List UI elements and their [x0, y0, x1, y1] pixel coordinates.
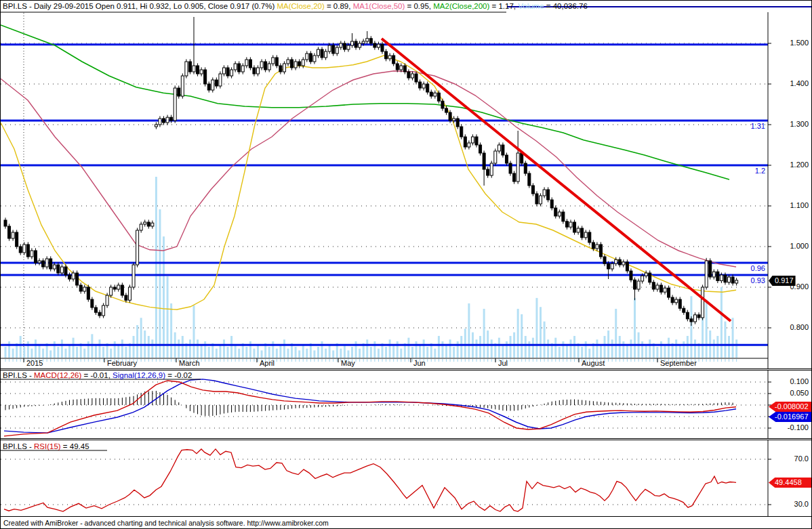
macd-axis-label: 0.050: [776, 389, 809, 397]
hline-price-label: 1.31: [718, 122, 765, 130]
title-segment: = 49.45: [61, 442, 89, 450]
title-segment: = 0.89,: [325, 2, 353, 10]
macd-axis-label: -0.100: [776, 423, 809, 431]
month-label: Jun: [413, 359, 426, 367]
title-segment: BPI.LS -: [3, 442, 34, 450]
macd-value-tag: -0.008002: [769, 402, 812, 412]
title-segment: MA2(Close,200): [433, 2, 489, 10]
macd-axis-label: 0.100: [776, 377, 809, 385]
month-label: September: [660, 359, 697, 367]
title-segment: BPI.LS - Daily 29-09-2015 Open 0.911, Hi…: [3, 2, 277, 10]
rsi-axis-label: 30.0: [776, 500, 809, 508]
macd-panel-title: BPI.LS - MACD(12,26) = -0.01, Signal(12,…: [3, 371, 192, 379]
title-segment: BPI.LS -: [3, 371, 34, 379]
chart-canvas[interactable]: [1, 1, 812, 529]
price-axis-label: 1.100: [776, 201, 809, 209]
rsi-line: [4, 449, 736, 511]
month-label: April: [260, 359, 275, 367]
candlesticks: [4, 17, 738, 326]
title-segment: RSI(15): [34, 442, 61, 450]
rsi-value-tag: 49.4458: [769, 478, 812, 488]
rsi-axis-label: 70.0: [776, 454, 809, 463]
month-label: May: [341, 359, 355, 367]
price-axis-label: 1.000: [776, 242, 809, 250]
title-segment: MACD(12,26): [34, 371, 81, 379]
price-axis-label: 1.300: [776, 120, 809, 128]
down-trendline: [382, 39, 731, 321]
title-segment: = 40,036.76: [544, 2, 588, 10]
hline-price-label: 0.93: [718, 276, 765, 284]
title-segment: Signal(12,26,9): [113, 371, 165, 379]
hline-price-label: 1.2: [718, 167, 765, 175]
amibroker-credit-text: Created with AmiBroker - advanced charti…: [3, 519, 329, 527]
macd-line: [4, 381, 736, 436]
month-label: 2015: [26, 359, 43, 367]
signal-value-tag: -0.016967: [769, 412, 812, 422]
price-panel-title: BPI.LS - Daily 29-09-2015 Open 0.911, Hi…: [3, 2, 588, 10]
amibroker-window: BPI.LS - Daily 29-09-2015 Open 0.911, Hi…: [0, 0, 812, 529]
title-segment: = 1.17,: [489, 2, 518, 10]
hline-price-label: 0.96: [718, 264, 765, 272]
title-segment: Volume: [518, 2, 544, 10]
signal-line: [4, 379, 736, 433]
ma200-line: [1, 25, 729, 179]
price-axis-label: 1.400: [776, 79, 809, 87]
title-segment: = -0.02: [165, 371, 192, 379]
month-label: August: [582, 359, 605, 367]
title-segment: = 0.95,: [405, 2, 433, 10]
month-label: March: [179, 359, 200, 367]
month-label: February: [107, 359, 137, 367]
title-segment: = -0.01,: [81, 371, 113, 379]
ma20-line: [1, 56, 736, 310]
title-segment: MA1(Close,50): [353, 2, 405, 10]
price-axis-label: 1.500: [776, 39, 809, 47]
last-price-tag: 0.917: [769, 276, 796, 286]
month-label: Jul: [498, 359, 508, 367]
rsi-panel-title: BPI.LS - RSI(15) = 49.45: [3, 442, 89, 450]
title-segment: MA(Close,20): [277, 2, 324, 10]
price-axis-label: 0.800: [776, 323, 809, 331]
price-axis-label: 1.200: [776, 161, 809, 169]
